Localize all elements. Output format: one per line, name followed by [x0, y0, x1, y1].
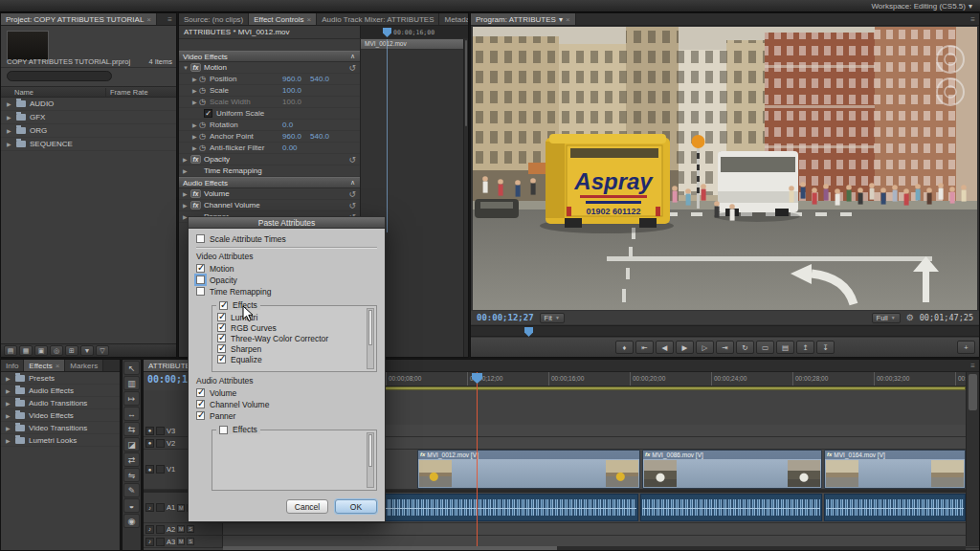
bin-video-transitions[interactable]: ▶ Video Transitions — [1, 422, 120, 434]
effect-equalize-checkbox[interactable]: Equalize — [217, 354, 363, 364]
cancel-button[interactable]: Cancel — [286, 499, 328, 514]
volume-effect-row[interactable]: ▶ fx Volume ↺ — [179, 188, 360, 200]
tab-markers[interactable]: Markers — [65, 360, 103, 371]
toggle-track-output-icon[interactable]: ● — [145, 465, 154, 474]
tab-metadata[interactable]: Metadata — [439, 13, 468, 25]
position-row[interactable]: ▶ ◷ Position 960.0 540.0 — [179, 74, 360, 85]
tab-program[interactable]: Program: ATTRIBUTES ▾ × — [471, 13, 576, 25]
project-column-headers[interactable]: Name Frame Rate — [1, 86, 176, 98]
time-remapping-row[interactable]: ▶ Time Remapping — [179, 165, 360, 177]
zoom-tool[interactable]: ◉ — [123, 514, 140, 528]
clip-mvi-0012[interactable]: fxMVI_0012.mov [V] — [417, 450, 640, 489]
program-scrub-bar[interactable] — [471, 325, 979, 337]
close-icon[interactable]: × — [56, 362, 60, 370]
solo-button[interactable]: S — [187, 525, 194, 533]
play-button[interactable]: ▶ — [676, 341, 694, 354]
effect-sharpen-checkbox[interactable]: Sharpen — [217, 343, 363, 354]
tab-info[interactable]: Info — [1, 360, 24, 371]
scrubber-playhead[interactable] — [524, 327, 533, 337]
clear-button[interactable]: ▽ — [96, 345, 109, 356]
bin-org[interactable]: ▶ ORG — [1, 124, 176, 138]
scrollbar[interactable] — [463, 39, 468, 357]
toggle-track-output-icon[interactable]: ● — [145, 439, 154, 448]
position-x-value[interactable]: 960.0 — [282, 75, 301, 83]
safe-margins-button[interactable]: ▭ — [756, 341, 774, 354]
reset-icon[interactable]: ↺ — [348, 201, 356, 210]
bin-audio-transitions[interactable]: ▶ Audio Transitions — [1, 397, 120, 409]
scale-row[interactable]: ▶ ◷ Scale 100.0 — [179, 85, 360, 97]
twirl-right-icon[interactable]: ▶ — [6, 400, 11, 407]
track-header-a3[interactable]: ♪ A3 M S — [144, 536, 223, 547]
rate-stretch-tool[interactable]: ⇆ — [123, 422, 140, 436]
automate-to-sequence-button[interactable]: ▣ — [34, 345, 48, 356]
speaker-icon[interactable]: ♪ — [145, 538, 154, 546]
anti-flicker-row[interactable]: ▶ ◷ Anti-flicker Filter 0.00 — [179, 143, 360, 154]
mute-button[interactable]: M — [177, 504, 185, 512]
rotation-row[interactable]: ▶ ◷ Rotation 0.0 — [179, 120, 360, 131]
panel-menu-icon[interactable]: ≡ — [164, 13, 176, 25]
anchor-x-value[interactable]: 960.0 — [282, 132, 301, 141]
button-editor-button[interactable]: + — [957, 341, 975, 354]
find-button[interactable]: ◎ — [50, 345, 63, 356]
track-select-tool[interactable]: ▥ — [123, 376, 140, 390]
step-back-button[interactable]: ◀ — [656, 341, 674, 354]
volume-checkbox[interactable]: Volume — [196, 387, 377, 398]
twirl-right-icon[interactable]: ▶ — [192, 133, 199, 140]
rolling-edit-tool[interactable]: ↔ — [123, 407, 140, 421]
workspace-label[interactable]: Workspace: Editing (CS5.5) — [871, 2, 966, 11]
scale-attribute-times-checkbox[interactable]: Scale Attribute Times — [196, 233, 377, 244]
twirl-right-icon[interactable]: ▶ — [6, 412, 11, 419]
tab-source[interactable]: Source: (no clips) — [179, 13, 249, 25]
twirl-down-icon[interactable]: ▼ — [183, 65, 189, 71]
clip-mvi-0164[interactable]: fxMVI_0164.mov [V] — [824, 450, 966, 489]
panel-menu-icon[interactable]: ≡ — [967, 13, 979, 25]
opacity-checkbox[interactable]: Opacity — [196, 275, 377, 285]
anti-flicker-value[interactable]: 0.00 — [282, 143, 298, 152]
reset-icon[interactable]: ↺ — [348, 155, 356, 165]
new-bin-button[interactable]: ⊞ — [65, 345, 78, 356]
twirl-right-icon[interactable]: ▶ — [183, 156, 189, 163]
razor-tool[interactable]: ◪ — [123, 437, 140, 452]
reset-icon[interactable]: ↺ — [348, 189, 356, 199]
channel-volume-effect-row[interactable]: ▶ fx Channel Volume ↺ — [179, 200, 360, 211]
twirl-right-icon[interactable]: ▶ — [6, 437, 11, 444]
position-y-value[interactable]: 540.0 — [310, 75, 329, 83]
bin-audio[interactable]: ▶ AUDIO — [1, 98, 176, 111]
scrollbar[interactable] — [367, 308, 374, 369]
motion-effect-row[interactable]: ▼ fx Motion ↺ — [179, 62, 360, 74]
extract-button[interactable]: ↧ — [816, 341, 835, 354]
effect-rgb-curves-checkbox[interactable]: RGB Curves — [217, 322, 363, 333]
lock-icon[interactable] — [156, 538, 165, 546]
twirl-right-icon[interactable]: ▶ — [183, 190, 189, 197]
twirl-right-icon[interactable]: ▶ — [192, 144, 199, 151]
audio-effects-section-header[interactable]: Audio Effects ∧ — [179, 177, 360, 188]
stopwatch-icon[interactable]: ◷ — [199, 143, 210, 152]
stopwatch-icon[interactable]: ◷ — [199, 132, 210, 141]
tab-effects[interactable]: Effects × — [24, 360, 65, 371]
effect-controls-mini-ruler[interactable]: 00:00;16;00 — [360, 26, 468, 38]
track-content-a2[interactable] — [223, 523, 966, 535]
motion-checkbox[interactable]: Motion — [196, 263, 377, 274]
speaker-icon[interactable]: ♪ — [145, 503, 154, 512]
rotation-value[interactable]: 0.0 — [282, 121, 293, 129]
pen-tool[interactable]: ✎ — [123, 483, 140, 497]
channel-volume-checkbox[interactable]: Channel Volume — [196, 399, 377, 409]
loop-button[interactable]: ↻ — [736, 341, 754, 354]
horizontal-scrollbar[interactable] — [223, 546, 966, 550]
ripple-edit-tool[interactable]: ↦ — [123, 391, 140, 406]
ok-button[interactable]: OK — [335, 499, 377, 514]
effect-lumetri-checkbox[interactable]: Lumetri — [217, 312, 363, 322]
dialog-title-bar[interactable]: Paste Attributes — [188, 216, 386, 229]
project-search-box[interactable] — [7, 71, 112, 81]
lock-icon[interactable] — [156, 439, 165, 448]
lock-icon[interactable] — [156, 503, 165, 512]
mini-clip-bar[interactable]: MVI_0012.mov — [361, 39, 463, 50]
vertical-scrollbar[interactable] — [966, 372, 979, 546]
icon-view-button[interactable]: ▦ — [19, 345, 33, 356]
audio-effects-group-checkbox[interactable] — [219, 426, 228, 434]
twirl-right-icon[interactable]: ▶ — [192, 87, 199, 94]
twirl-right-icon[interactable]: ▶ — [6, 375, 11, 382]
search-input[interactable] — [14, 72, 107, 80]
column-frame-rate[interactable]: Frame Rate — [106, 88, 148, 97]
hand-tool[interactable]: ◒ — [123, 498, 140, 513]
